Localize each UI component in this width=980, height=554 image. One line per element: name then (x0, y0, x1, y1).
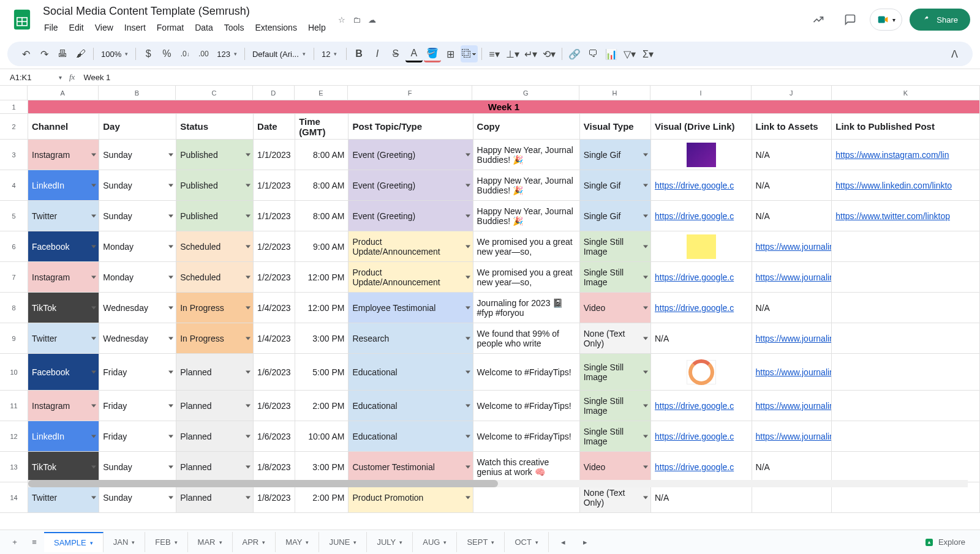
sheet-tab-sept[interactable]: SEPT (457, 532, 505, 552)
assets-link-cell[interactable]: N/A (752, 201, 832, 231)
status-cell[interactable]: Planned (176, 421, 254, 452)
assets-link-cell[interactable]: N/A (752, 293, 832, 323)
sheet-tab-aug[interactable]: AUG (413, 532, 457, 552)
assets-link-cell[interactable]: https://www.journalingwithfrien (752, 231, 832, 262)
copy-cell[interactable]: We promised you a great new year—so, (473, 231, 580, 262)
published-link-cell[interactable] (832, 323, 980, 354)
channel-cell[interactable]: Instagram (28, 140, 99, 170)
time-cell[interactable]: 8:00 AM (295, 140, 349, 170)
copy-cell[interactable]: Happy New Year, Journal Buddies! 🎉 (473, 201, 580, 231)
topic-cell[interactable]: Event (Greeting) (349, 201, 473, 231)
visual-link-cell[interactable]: https://drive.google.c (651, 391, 752, 421)
copy-cell[interactable]: Welcome to #FridayTips! (473, 354, 580, 391)
col-header-E[interactable]: E (295, 86, 348, 100)
status-cell[interactable]: Planned (176, 391, 254, 421)
topic-cell[interactable]: Event (Greeting) (349, 170, 473, 201)
assets-link-cell[interactable]: https://www.journalingwithfrien (752, 421, 832, 452)
visual-type-cell[interactable]: Video (580, 452, 651, 482)
status-cell[interactable]: In Progress (176, 293, 254, 323)
visual-link-cell[interactable]: https://drive.google.c (651, 201, 752, 231)
italic-button[interactable]: I (369, 45, 386, 62)
day-cell[interactable]: Friday (99, 354, 176, 391)
sheet-tab-sample[interactable]: SAMPLE (44, 532, 104, 552)
day-cell[interactable]: Sunday (99, 140, 176, 170)
time-cell[interactable]: 10:00 AM (295, 421, 349, 452)
visual-link-cell[interactable]: https://drive.google.c (651, 293, 752, 323)
visual-type-cell[interactable]: Single Still Image (580, 421, 651, 452)
channel-cell[interactable]: Instagram (28, 262, 99, 293)
menu-edit[interactable]: Edit (64, 20, 89, 35)
time-cell[interactable]: 9:00 AM (295, 231, 349, 262)
day-cell[interactable]: Friday (99, 421, 176, 452)
visual-link-cell[interactable]: N/A (651, 323, 752, 354)
row-header[interactable]: 3 (0, 140, 28, 170)
comments-icon[interactable] (838, 7, 862, 32)
row-header[interactable]: 11 (0, 391, 28, 421)
status-cell[interactable]: Published (176, 140, 254, 170)
column-header[interactable]: Day (99, 114, 176, 140)
published-link-cell[interactable]: https://www.twitter.com/linktop (832, 201, 980, 231)
chart-button[interactable]: 📊 (603, 45, 620, 62)
status-cell[interactable]: Published (176, 201, 254, 231)
published-link-cell[interactable] (832, 231, 980, 262)
strike-button[interactable]: S (387, 45, 404, 62)
row-header[interactable]: 8 (0, 293, 28, 323)
zoom-select[interactable]: 100% (97, 47, 132, 61)
number-format-select[interactable]: 123 (213, 47, 241, 61)
channel-cell[interactable]: Facebook (28, 231, 99, 262)
wrap-button[interactable]: ↵▾ (522, 45, 540, 62)
col-header-K[interactable]: K (832, 86, 980, 100)
col-header-I[interactable]: I (650, 86, 752, 100)
link-button[interactable]: 🔗 (566, 45, 583, 62)
filter-button[interactable]: ▽▾ (621, 45, 638, 62)
time-cell[interactable]: 3:00 PM (295, 452, 349, 482)
published-link-cell[interactable] (832, 262, 980, 293)
day-cell[interactable]: Sunday (99, 170, 176, 201)
day-cell[interactable]: Friday (99, 391, 176, 421)
topic-cell[interactable]: Employee Testimonial (349, 293, 473, 323)
row-header[interactable]: 9 (0, 323, 28, 354)
published-link-cell[interactable] (832, 293, 980, 323)
tab-scroll-right[interactable]: ▸ (576, 533, 595, 552)
col-header-F[interactable]: F (348, 86, 473, 100)
column-header[interactable]: Copy (473, 114, 580, 140)
published-link-cell[interactable] (832, 391, 980, 421)
halign-button[interactable]: ≡▾ (486, 45, 503, 62)
channel-cell[interactable]: TikTok (28, 293, 99, 323)
date-cell[interactable]: 1/4/2023 (254, 323, 295, 354)
sheet-tab-oct[interactable]: OCT (505, 532, 548, 552)
sheet-tab-july[interactable]: JULY (367, 532, 413, 552)
sheet-tab-mar[interactable]: MAR (188, 532, 233, 552)
week-title[interactable]: Week 1 (28, 100, 980, 114)
date-cell[interactable]: 1/8/2023 (254, 452, 295, 482)
meet-button[interactable]: ▾ (870, 9, 902, 31)
time-cell[interactable]: 5:00 PM (295, 354, 349, 391)
borders-button[interactable]: ⊞ (442, 45, 459, 62)
print-button[interactable]: 🖶 (54, 45, 71, 62)
add-sheet-button[interactable]: + (5, 533, 24, 552)
assets-link-cell[interactable]: https://www.journalingwithfriends.com/bl… (752, 354, 832, 391)
cloud-icon[interactable]: ☁ (368, 15, 376, 24)
functions-button[interactable]: Σ▾ (639, 45, 657, 62)
column-header[interactable]: Channel (28, 114, 99, 140)
time-cell[interactable]: 8:00 AM (295, 201, 349, 231)
copy-cell[interactable]: Happy New Year, Journal Buddies! 🎉 (473, 170, 580, 201)
col-header-A[interactable]: A (28, 86, 99, 100)
status-cell[interactable]: Planned (176, 354, 254, 391)
visual-type-cell[interactable]: Single Gif (580, 140, 651, 170)
published-link-cell[interactable] (832, 421, 980, 452)
menu-extensions[interactable]: Extensions (250, 20, 301, 35)
visual-type-cell[interactable]: None (Text Only) (580, 323, 651, 354)
column-header[interactable]: Link to Assets (752, 114, 832, 140)
explore-button[interactable]: Explore (914, 537, 975, 548)
row-header[interactable]: 12 (0, 421, 28, 452)
copy-cell[interactable]: Happy New Year, Journal Buddies! 🎉 (473, 140, 580, 170)
time-cell[interactable]: 8:00 AM (295, 170, 349, 201)
row-header[interactable]: 1 (0, 100, 28, 114)
date-cell[interactable]: 1/2/2023 (254, 262, 295, 293)
date-cell[interactable]: 1/4/2023 (254, 293, 295, 323)
row-header[interactable]: 4 (0, 170, 28, 201)
fontsize-select[interactable]: 12 (318, 47, 342, 61)
menu-file[interactable]: File (39, 20, 63, 35)
merge-button[interactable]: ⿻▾ (461, 45, 478, 62)
